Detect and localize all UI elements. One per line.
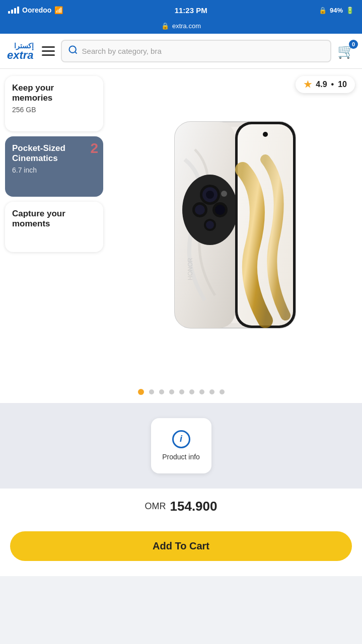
svg-point-15 xyxy=(221,191,227,197)
add-to-cart-button[interactable]: Add To Cart xyxy=(10,531,352,561)
search-input[interactable]: Search by category, bra xyxy=(82,47,162,55)
logo[interactable]: إكسترا extra xyxy=(7,42,34,61)
price-currency: OMR xyxy=(145,501,166,512)
search-icon xyxy=(68,45,78,57)
product-info-card[interactable]: Product info xyxy=(151,418,211,473)
rating-dot: • xyxy=(331,80,334,89)
rating-reviews: 10 xyxy=(338,80,347,89)
star-icon: ★ xyxy=(304,79,312,90)
carousel-dot-8[interactable] xyxy=(209,389,214,394)
carousel-dot-4[interactable] xyxy=(169,389,174,394)
battery-percent: 94% xyxy=(330,7,343,14)
carousel-dot-9[interactable] xyxy=(220,389,225,394)
battery-icon: 🔋 xyxy=(346,7,354,14)
card-memories-title: Keep your memories xyxy=(12,83,96,104)
svg-point-12 xyxy=(215,205,225,215)
rating-value: 4.9 xyxy=(316,80,327,89)
price-section: OMR 154.900 xyxy=(0,489,362,524)
hamburger-menu-button[interactable] xyxy=(42,46,55,56)
card-cinematics-title: Pocket-Sized Cinematics xyxy=(12,143,96,164)
cart-button[interactable]: 🛒 0 xyxy=(337,43,355,59)
carousel-dot-3[interactable] xyxy=(159,389,164,394)
phone-image: HONOR xyxy=(165,119,306,331)
card-capture-title: Capture your moments xyxy=(12,209,96,229)
svg-text:HONOR: HONOR xyxy=(187,258,194,280)
carrier-name: Ooredoo xyxy=(22,6,51,14)
lock-icon: 🔒 xyxy=(319,7,327,14)
url-bar: 🔒 extra.com xyxy=(0,20,362,34)
status-bar: Ooredoo 📶 11:23 PM 🔒 94% 🔋 xyxy=(0,0,362,20)
carousel-dot-1[interactable] xyxy=(138,389,144,395)
carousel-dot-5[interactable] xyxy=(179,389,184,394)
left-cards: Keep your memories 256 GB 2 Pocket-Sized… xyxy=(0,69,108,381)
info-icon xyxy=(172,430,190,448)
carousel-dot-2[interactable] xyxy=(149,389,154,394)
card-cinematics-subtitle: 6.7 inch xyxy=(12,166,96,174)
svg-point-8 xyxy=(206,191,214,199)
status-right: 🔒 94% 🔋 xyxy=(319,7,354,14)
carousel-dots xyxy=(0,381,362,403)
logo-text: extra xyxy=(7,50,34,61)
card-capture[interactable]: Capture your moments xyxy=(5,202,103,252)
status-left: Ooredoo 📶 xyxy=(8,6,63,14)
phone-image-area: ★ 4.9 • 10 xyxy=(108,69,362,381)
cart-badge: 0 xyxy=(349,40,358,49)
product-info-section: Product info xyxy=(0,403,362,489)
hamburger-line xyxy=(42,46,55,48)
card-cinematics[interactable]: 2 Pocket-Sized Cinematics 6.7 inch xyxy=(5,136,103,197)
status-time: 11:23 PM xyxy=(175,6,207,15)
header: إكسترا extra Search by category, bra 🛒 0 xyxy=(0,34,362,69)
lock-url-icon: 🔒 xyxy=(161,22,169,30)
svg-line-1 xyxy=(75,52,77,54)
search-bar[interactable]: Search by category, bra xyxy=(61,40,331,62)
carousel-dot-7[interactable] xyxy=(199,389,204,394)
signal-bars-icon xyxy=(8,7,19,14)
rating-badge: ★ 4.9 • 10 xyxy=(296,76,355,93)
svg-point-0 xyxy=(69,46,76,53)
svg-rect-17 xyxy=(238,124,293,326)
card-number: 2 xyxy=(90,140,98,156)
svg-point-14 xyxy=(206,221,214,229)
card-memories[interactable]: Keep your memories 256 GB xyxy=(5,76,103,131)
carousel-area: Keep your memories 256 GB 2 Pocket-Sized… xyxy=(0,69,362,381)
svg-point-10 xyxy=(195,205,205,215)
carousel-dot-6[interactable] xyxy=(189,389,194,394)
hamburger-line xyxy=(42,50,55,52)
hamburger-line xyxy=(42,54,55,56)
svg-point-18 xyxy=(263,132,268,137)
add-to-cart-section: Add To Cart xyxy=(0,524,362,576)
url-text: extra.com xyxy=(172,22,201,30)
card-memories-subtitle: 256 GB xyxy=(12,106,96,114)
wifi-icon: 📶 xyxy=(54,6,63,14)
price-amount: 154.900 xyxy=(170,499,218,514)
product-info-label: Product info xyxy=(162,452,200,461)
